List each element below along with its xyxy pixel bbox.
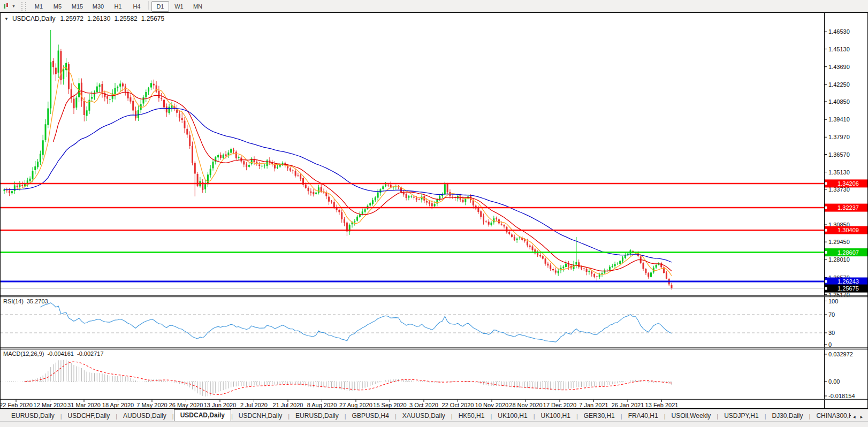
rsi-value: 35.2703 — [27, 298, 48, 304]
date-tick-label: 3 Oct 2020 — [409, 402, 438, 408]
status-bar — [0, 421, 868, 427]
date-tick-label: 12 Mar 2020 — [34, 402, 67, 408]
timeframe-button-mn[interactable]: MN — [189, 1, 207, 12]
macd-axis-label: 0.00 — [828, 378, 840, 385]
tab-xauusd-daily[interactable]: XAUUSD,Daily — [397, 411, 451, 422]
price-badge-1.28607: 1.28607 — [825, 248, 867, 256]
price-tick-label: 1.39410 — [828, 116, 850, 123]
macd-signal-value: -0.002717 — [77, 350, 104, 357]
timeframe-button-group: M1M5M15M30H1H4D1W1MN — [29, 1, 207, 12]
chart-symbol: USDCAD,Daily — [12, 15, 56, 22]
tab-usoil-weekly[interactable]: USOil,Weekly — [666, 411, 717, 422]
svg-text:1.26243: 1.26243 — [837, 278, 859, 285]
top-toolbar: ▼ M1M5M15M30H1H4D1W1MN — [0, 0, 868, 13]
chart-window[interactable]: 1.465301.451301.436901.422501.408501.394… — [0, 12, 868, 409]
tab-usdcad-daily[interactable]: USDCAD,Daily — [174, 409, 231, 422]
tab-eurusd-daily[interactable]: EURUSD,Daily — [290, 411, 345, 422]
timeframe-button-m30[interactable]: M30 — [88, 1, 108, 12]
chart-type-selector[interactable]: ▼ — [0, 0, 19, 12]
tab-ger30-h1[interactable]: GER30,H1 — [578, 411, 621, 422]
timeframe-button-m1[interactable]: M1 — [30, 1, 48, 12]
tab-uk100-h1[interactable]: UK100,H1 — [492, 411, 533, 422]
date-tick-label: 21 Jul 2020 — [273, 402, 303, 408]
rsi-indicator-label: RSI(14) 35.2703 — [3, 298, 48, 304]
tab-fra40-h1[interactable]: FRA40,H1 — [622, 411, 664, 422]
date-tick-label: 7 Jan 2021 — [579, 402, 608, 408]
date-tick-label: 22 Oct 2020 — [442, 402, 474, 408]
tab-uk100-h1[interactable]: UK100,H1 — [535, 411, 576, 422]
tab-usdjpy-h1[interactable]: USDJPY,H1 — [718, 411, 764, 422]
price-badge-1.32237: 1.32237 — [825, 204, 867, 212]
timeframe-button-h1[interactable]: H1 — [109, 1, 127, 12]
chevron-down-icon: ▼ — [12, 4, 16, 8]
price-tick-label: 1.28010 — [828, 256, 850, 263]
svg-text:1.25675: 1.25675 — [837, 285, 859, 292]
date-tick-label: 15 Sep 2020 — [373, 402, 406, 408]
rsi-axis-label: 70 — [828, 311, 835, 318]
tab-audusd-daily[interactable]: AUDUSD,Daily — [117, 411, 172, 422]
symbol-dropdown-icon[interactable]: ▼ — [4, 17, 9, 21]
date-tick-label: 17 Dec 2020 — [543, 402, 576, 408]
tab-scroll-left-icon[interactable]: ◄ — [852, 415, 856, 420]
rsi-axis-label: 100 — [828, 298, 838, 304]
symbol-tab-bar: EURUSD,Daily|USDCHF,Daily|AUDUSD,Daily|U… — [0, 409, 868, 422]
timeframe-button-d1[interactable]: D1 — [151, 1, 169, 12]
timeframe-button-w1[interactable]: W1 — [170, 1, 188, 12]
price-tick-label: 1.29450 — [828, 239, 850, 245]
price-tick-label: 1.36570 — [828, 151, 850, 158]
tab-dj30-daily[interactable]: DJ30,Daily — [766, 411, 809, 422]
price-tick-label: 1.46530 — [828, 28, 850, 35]
ohlc-open: 1.25972 — [60, 15, 83, 22]
toolbar-separator — [148, 1, 149, 10]
macd-main-value: -0.004161 — [47, 350, 74, 357]
price-badge-1.26243: 1.26243 — [825, 278, 867, 286]
price-chart-canvas[interactable]: 1.465301.451301.436901.422501.408501.394… — [0, 12, 868, 427]
price-tick-label: 1.45130 — [828, 46, 850, 52]
rsi-axis-label: 0 — [828, 341, 832, 348]
price-tick-label: 1.40850 — [828, 98, 850, 105]
date-tick-label: 18 Apr 2020 — [102, 402, 134, 408]
candlestick-chart-icon — [3, 3, 10, 10]
macd-name: MACD(12,26,9) — [3, 350, 44, 357]
tab-scroll-right-icon[interactable]: ► — [859, 415, 864, 420]
tab-eurusd-daily[interactable]: EURUSD,Daily — [5, 411, 60, 422]
svg-text:1.30409: 1.30409 — [837, 227, 859, 233]
ohlc-close: 1.25675 — [141, 15, 164, 22]
date-tick-label: 26 Jan 2021 — [612, 402, 644, 408]
svg-text:1.32237: 1.32237 — [837, 204, 859, 211]
tab-usdcnh-daily[interactable]: USDCNH,Daily — [233, 411, 288, 422]
rsi-name: RSI(14) — [3, 298, 24, 304]
price-badge-1.34206: 1.34206 — [825, 179, 867, 187]
ohlc-low: 1.25582 — [114, 15, 137, 22]
date-tick-label: 13 Feb 2021 — [645, 402, 679, 408]
date-tick-label: 10 Nov 2020 — [475, 402, 508, 408]
macd-axis-label: 0.032972 — [828, 351, 853, 357]
toolbar-grip-handle[interactable] — [21, 2, 26, 11]
tab-hk50-h1[interactable]: HK50,H1 — [453, 411, 491, 422]
price-tick-label: 1.35130 — [828, 169, 850, 176]
date-tick-label: 13 Jun 2020 — [204, 402, 237, 408]
timeframe-button-m5[interactable]: M5 — [49, 1, 66, 12]
chart-title: ▼ USDCAD,Daily 1.25972 1.26130 1.25582 1… — [4, 15, 164, 22]
svg-text:1.34206: 1.34206 — [837, 180, 859, 187]
date-tick-label: 28 Nov 2020 — [509, 402, 542, 408]
date-tick-label: 26 May 2020 — [169, 402, 203, 408]
price-badge-1.30409: 1.30409 — [825, 226, 867, 234]
price-tick-label: 1.42250 — [828, 81, 850, 88]
svg-text:1.28607: 1.28607 — [837, 249, 859, 256]
tab-usdchf-daily[interactable]: USDCHF,Daily — [62, 411, 116, 422]
date-tick-label: 8 Aug 2020 — [307, 402, 337, 408]
price-tick-label: 1.43690 — [828, 64, 850, 70]
timeframe-button-m15[interactable]: M15 — [67, 1, 87, 12]
date-tick-label: 27 Aug 2020 — [339, 402, 372, 408]
tab-china300-h1[interactable]: CHINA300,H1 — [810, 411, 851, 422]
macd-axis-label: -0.018154 — [828, 393, 855, 399]
macd-indicator-label: MACD(12,26,9) -0.004161 -0.002717 — [3, 350, 104, 357]
rsi-axis-label: 30 — [828, 330, 835, 336]
price-badge-1.25675: 1.25675 — [825, 285, 867, 293]
date-tick-label: 31 Mar 2020 — [67, 402, 101, 408]
date-tick-label: 7 May 2020 — [136, 402, 167, 408]
price-tick-label: 1.37970 — [828, 134, 850, 140]
timeframe-button-h4[interactable]: H4 — [128, 1, 146, 12]
tab-gbpusd-h4[interactable]: GBPUSD,H4 — [346, 411, 395, 422]
